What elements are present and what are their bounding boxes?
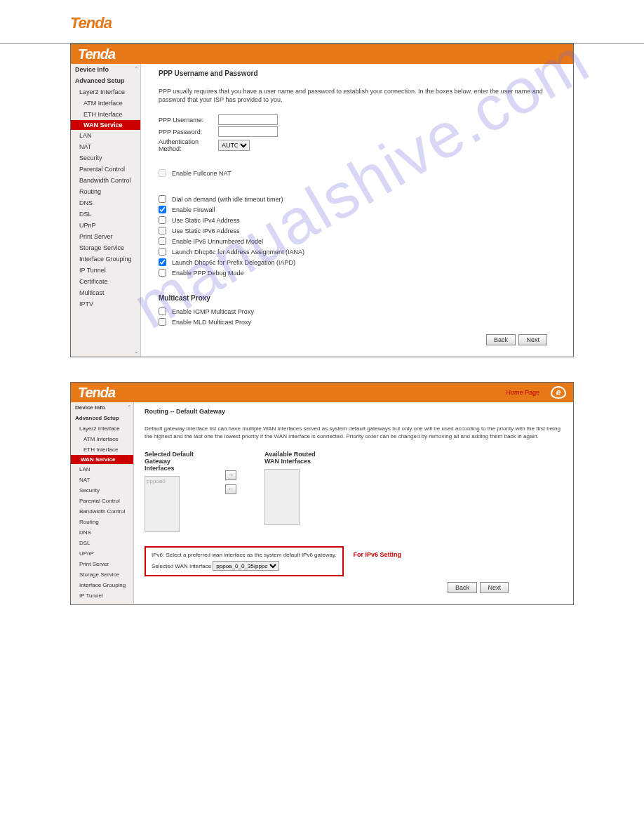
- nav2-security[interactable]: Security: [71, 485, 133, 496]
- nav-eth[interactable]: ETH Interface: [71, 109, 140, 120]
- scroll-up-icon[interactable]: ⌃: [134, 66, 139, 72]
- mld-label: Enable MLD Multicast Proxy: [172, 319, 251, 326]
- nav2-lan[interactable]: LAN: [71, 464, 133, 475]
- nav2-device-info[interactable]: Device Info: [71, 402, 133, 413]
- nav-lan[interactable]: LAN: [71, 130, 140, 141]
- dhcp6c-iapd-checkbox[interactable]: [159, 258, 166, 266]
- nav-atm[interactable]: ATM Interface: [71, 98, 140, 109]
- nav-multicast[interactable]: Multicast: [71, 287, 140, 298]
- staticv4-checkbox[interactable]: [159, 216, 166, 224]
- page-title: PPP Username and Password: [159, 70, 565, 77]
- dialondemand-checkbox[interactable]: [159, 195, 166, 203]
- nav-certificate[interactable]: Certificate: [71, 276, 140, 287]
- nav-parental[interactable]: Parental Control: [71, 164, 140, 175]
- firewall-checkbox[interactable]: [159, 206, 166, 213]
- nav2-intfgroup[interactable]: Interface Grouping: [71, 580, 133, 590]
- pppdebug-label: Enable PPP Debug Mode: [172, 270, 243, 277]
- dhcp6c-iapd-label: Launch Dhcp6c for Prefix Delegation (IAP…: [172, 259, 295, 266]
- sidebar: ⌃ Device Info Advanced Setup Layer2 Inte…: [71, 64, 141, 357]
- password-label: PPP Password:: [159, 128, 218, 135]
- page-description-2: Default gateway interface list can have …: [145, 425, 565, 440]
- nav-iptunnel[interactable]: IP Tunnel: [71, 265, 140, 276]
- nav-upnp[interactable]: UPnP: [71, 220, 140, 231]
- ipv6-note: For IPv6 Setting: [354, 551, 402, 558]
- ipv6-setting-box: IPv6: Select a preferred wan interface a…: [145, 546, 344, 576]
- scroll-down-icon[interactable]: ⌄: [134, 348, 139, 355]
- nav-storage[interactable]: Storage Service: [71, 242, 140, 253]
- nav-iptv[interactable]: IPTV: [71, 298, 140, 310]
- nav2-parental[interactable]: Parental Control: [71, 496, 133, 506]
- nav-wan-service[interactable]: WAN Service: [71, 120, 140, 130]
- nav2-bandwidth[interactable]: Bandwidth Control: [71, 506, 133, 517]
- brand-logo-white: Tenda: [78, 46, 115, 62]
- content-area: PPP Username and Password PPP usually re…: [141, 64, 573, 357]
- nav-device-info[interactable]: Device Info: [71, 64, 140, 75]
- nav-intfgroup[interactable]: Interface Grouping: [71, 253, 140, 265]
- staticv6-checkbox[interactable]: [159, 227, 166, 234]
- move-left-button[interactable]: ←: [225, 484, 236, 494]
- nav2-advanced-setup[interactable]: Advanced Setup: [71, 413, 133, 423]
- auth-method-select[interactable]: AUTO: [218, 140, 250, 151]
- back-button-2[interactable]: Back: [448, 582, 477, 593]
- back-button[interactable]: Back: [486, 334, 516, 345]
- ipv6-select-label: Selected WAN Interface: [152, 563, 211, 569]
- nav-dsl[interactable]: DSL: [71, 208, 140, 220]
- staticv6-label: Use Static IPv6 Address: [172, 227, 240, 234]
- nav2-dsl[interactable]: DSL: [71, 538, 133, 548]
- nav2-eth[interactable]: ETH Interface: [71, 444, 133, 455]
- ipv6-wan-select[interactable]: pppoa_0_0_35/pppoa0: [213, 561, 279, 571]
- dialondemand-label: Dial on demand (with idle timeout timer): [172, 196, 283, 203]
- nav2-printserver[interactable]: Print Server: [71, 559, 133, 569]
- brand-logo: Tenda: [70, 14, 112, 32]
- fullcone-label: Enable Fullcone NAT: [172, 170, 231, 177]
- next-button[interactable]: Next: [518, 334, 547, 345]
- ipv6-instruction: IPv6: Select a preferred wan interface a…: [152, 552, 337, 558]
- nav-bandwidth[interactable]: Bandwidth Control: [71, 175, 140, 186]
- igmp-checkbox[interactable]: [159, 307, 166, 315]
- nav-printserver[interactable]: Print Server: [71, 231, 140, 242]
- username-label: PPP Username:: [159, 117, 218, 124]
- nav2-iptunnel[interactable]: IP Tunnel: [71, 590, 133, 601]
- scroll-up-icon-2[interactable]: ⌃: [127, 404, 132, 411]
- next-button-2[interactable]: Next: [480, 582, 509, 593]
- e-icon: e: [551, 386, 566, 399]
- move-right-button[interactable]: →: [225, 470, 236, 480]
- nav2-wan[interactable]: WAN Service: [71, 455, 133, 464]
- fullcone-checkbox[interactable]: [159, 169, 166, 177]
- pppdebug-checkbox[interactable]: [159, 269, 166, 277]
- selected-listbox[interactable]: pppoa0: [145, 476, 180, 532]
- panel-routing: Tenda Home Page e ⌃ Device Info Advanced…: [70, 382, 574, 605]
- staticv4-label: Use Static IPv4 Address: [172, 217, 240, 224]
- igmp-label: Enable IGMP Multicast Proxy: [172, 308, 254, 315]
- dhcp6c-iana-label: Launch Dhcp6c for Address Assignment (IA…: [172, 249, 304, 256]
- brand-logo-white-2: Tenda: [78, 385, 115, 401]
- nav2-upnp[interactable]: UPnP: [71, 548, 133, 559]
- selected-col-head: Selected Default Gateway Interfaces: [145, 451, 197, 472]
- nav-security[interactable]: Security: [71, 152, 140, 164]
- title-bar: Tenda: [71, 44, 573, 64]
- nav-layer2[interactable]: Layer2 Interface: [71, 86, 140, 98]
- dhcp6c-iana-checkbox[interactable]: [159, 248, 166, 256]
- nav2-dns[interactable]: DNS: [71, 527, 133, 538]
- nav-advanced-setup[interactable]: Advanced Setup: [71, 75, 140, 86]
- mld-checkbox[interactable]: [159, 318, 166, 326]
- nav2-storage[interactable]: Storage Service: [71, 569, 133, 580]
- nav-dns[interactable]: DNS: [71, 197, 140, 208]
- nav2-nat[interactable]: NAT: [71, 475, 133, 485]
- page-description: PPP usually requires that you have a use…: [159, 88, 565, 104]
- panel-ppp: Tenda ⌃ Device Info Advanced Setup Layer…: [70, 44, 574, 357]
- nav2-routing[interactable]: Routing: [71, 517, 133, 527]
- home-link[interactable]: Home Page: [506, 389, 539, 396]
- available-listbox[interactable]: [264, 469, 300, 525]
- nav2-layer2[interactable]: Layer2 Interface: [71, 423, 133, 434]
- v6unnumbered-checkbox[interactable]: [159, 237, 166, 245]
- available-col-head: Available Routed WAN Interfaces: [264, 451, 317, 465]
- username-input[interactable]: [218, 114, 278, 125]
- password-input[interactable]: [218, 126, 278, 137]
- title-bar-2: Tenda Home Page e: [71, 383, 573, 402]
- nav-routing[interactable]: Routing: [71, 186, 140, 197]
- nav2-atm[interactable]: ATM Interface: [71, 434, 133, 444]
- sidebar-2: ⌃ Device Info Advanced Setup Layer2 Inte…: [71, 402, 134, 604]
- nav-nat[interactable]: NAT: [71, 141, 140, 152]
- content-area-2: Routing -- Default Gateway Default gatew…: [134, 402, 573, 604]
